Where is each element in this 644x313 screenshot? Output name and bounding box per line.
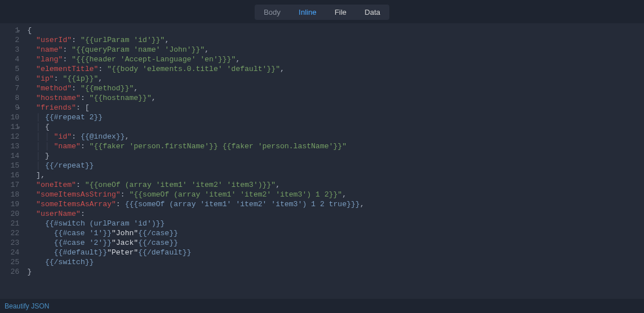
code-line[interactable]: │ {{#repeat 2}} bbox=[27, 112, 644, 122]
code-line[interactable]: "someItemsAsString": "{{someOf (array 'i… bbox=[27, 190, 644, 199]
code-line[interactable]: "method": "{{method}}", bbox=[27, 84, 644, 93]
line-number: 9▾ bbox=[0, 103, 19, 112]
editor-footer: Beautify JSON bbox=[0, 299, 644, 313]
code-editor[interactable]: 1▾23456789▾1011▾121314151617181920212223… bbox=[0, 23, 644, 299]
line-number: 4 bbox=[0, 55, 19, 64]
line-number: 13 bbox=[0, 141, 19, 151]
line-number: 2 bbox=[0, 35, 19, 45]
tab-data[interactable]: Data bbox=[356, 5, 389, 20]
line-number: 14 bbox=[0, 151, 19, 161]
line-number: 23 bbox=[0, 238, 19, 248]
code-line[interactable]: "hostname": "{{hostname}}", bbox=[27, 93, 644, 103]
line-number: 19 bbox=[0, 199, 19, 209]
line-number: 1▾ bbox=[0, 26, 19, 35]
code-line[interactable]: ], bbox=[27, 170, 644, 180]
tab-bar: Body Inline File Data bbox=[0, 0, 644, 23]
code-line[interactable]: { bbox=[27, 26, 644, 35]
line-number: 16 bbox=[0, 170, 19, 180]
line-number: 5 bbox=[0, 64, 19, 74]
code-line[interactable]: │ {{/repeat}} bbox=[27, 161, 644, 170]
code-line[interactable]: {{/switch}} bbox=[27, 257, 644, 267]
line-number: 21 bbox=[0, 219, 19, 228]
line-number: 18 bbox=[0, 190, 19, 199]
code-content[interactable]: { "userId": "{{urlParam 'id'}}", "name":… bbox=[25, 26, 644, 299]
line-number: 3 bbox=[0, 45, 19, 55]
line-number: 6 bbox=[0, 74, 19, 84]
code-line[interactable]: │ } bbox=[27, 151, 644, 161]
code-line[interactable]: │ │ "name": "{{faker 'person.firstName'}… bbox=[27, 141, 644, 151]
line-number: 10 bbox=[0, 112, 19, 122]
line-number: 22 bbox=[0, 228, 19, 238]
line-number: 17 bbox=[0, 180, 19, 190]
line-number: 15 bbox=[0, 161, 19, 170]
tab-file[interactable]: File bbox=[326, 5, 356, 20]
line-number: 12 bbox=[0, 132, 19, 141]
beautify-json-link[interactable]: Beautify JSON bbox=[5, 302, 49, 310]
code-line[interactable]: │ │ "id": {{@index}}, bbox=[27, 132, 644, 141]
tab-group: Body Inline File Data bbox=[255, 5, 389, 20]
code-line[interactable]: "lang": "{{{header 'Accept-Language' 'en… bbox=[27, 55, 644, 64]
line-number: 20 bbox=[0, 209, 19, 219]
code-line[interactable]: "friends": [ bbox=[27, 103, 644, 112]
line-number: 11▾ bbox=[0, 122, 19, 132]
code-line[interactable]: "elementTitle": "{{body 'elements.0.titl… bbox=[27, 64, 644, 74]
code-line[interactable]: "userId": "{{urlParam 'id'}}", bbox=[27, 35, 644, 45]
code-line[interactable]: "oneItem": "{{oneOf (array 'item1' 'item… bbox=[27, 180, 644, 190]
code-line[interactable]: {{#switch (urlParam 'id')}} bbox=[27, 219, 644, 228]
tab-body[interactable]: Body bbox=[255, 5, 290, 20]
line-number: 7 bbox=[0, 84, 19, 93]
code-line[interactable]: "name": "{{queryParam 'name' 'John'}}", bbox=[27, 45, 644, 55]
line-gutter: 1▾23456789▾1011▾121314151617181920212223… bbox=[0, 26, 25, 299]
code-line[interactable]: "userName": bbox=[27, 209, 644, 219]
code-line[interactable]: "someItemsAsArray": {{{someOf (array 'it… bbox=[27, 199, 644, 209]
code-line[interactable]: │ { bbox=[27, 122, 644, 132]
line-number: 26 bbox=[0, 267, 19, 277]
code-line[interactable]: {{#default}}"Peter"{{/default}} bbox=[27, 248, 644, 257]
code-line[interactable]: {{#case '2'}}"Jack"{{/case}} bbox=[27, 238, 644, 248]
line-number: 8 bbox=[0, 93, 19, 103]
code-line[interactable]: {{#case '1'}}"John"{{/case}} bbox=[27, 228, 644, 238]
line-number: 25 bbox=[0, 257, 19, 267]
line-number: 24 bbox=[0, 248, 19, 257]
tab-inline[interactable]: Inline bbox=[290, 5, 326, 20]
code-line[interactable]: } bbox=[27, 267, 644, 277]
code-line[interactable]: "ip": "{{ip}}", bbox=[27, 74, 644, 84]
